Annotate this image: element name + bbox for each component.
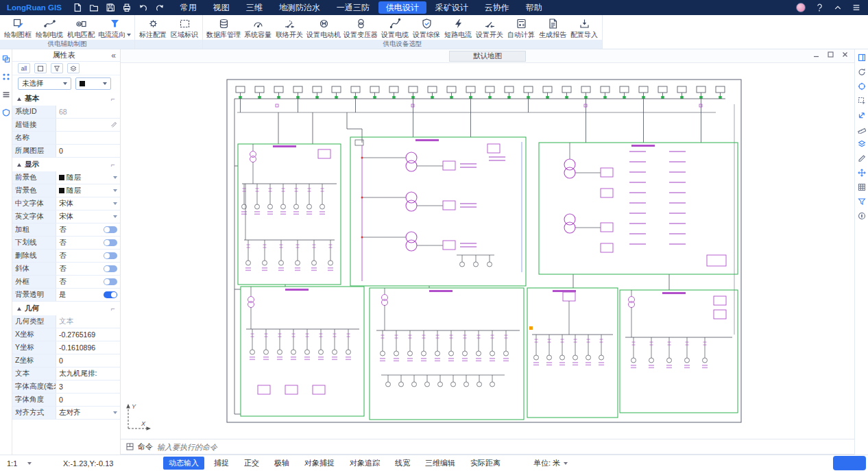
collapse-panel-button[interactable]: « [111, 51, 116, 60]
text-field[interactable]: 太九机尾排: [56, 367, 120, 380]
tie-switch-button[interactable]: 联络开关 [274, 16, 305, 40]
font-height-field[interactable]: 3 [56, 381, 120, 393]
box-select-button[interactable] [34, 63, 47, 73]
database-manage-button[interactable]: 数据库管理 [205, 16, 242, 40]
filter-icon[interactable] [858, 197, 866, 206]
set-motor-button[interactable]: 设置电动机 [305, 16, 342, 40]
edit-pen-icon[interactable] [858, 154, 866, 162]
collapse-ribbon-icon[interactable] [833, 3, 843, 12]
toggle-object-snap[interactable]: 对象捕捉 [299, 457, 340, 470]
draw-cable-button[interactable]: 绘制电缆 [34, 16, 65, 40]
color-select[interactable] [75, 77, 111, 90]
prop-value-hyperlink[interactable] [56, 119, 120, 131]
annotation-config-button[interactable]: 标注配置 [137, 16, 169, 40]
move-icon[interactable] [858, 169, 866, 177]
command-input[interactable] [157, 443, 849, 451]
sidebar-toggle-icon[interactable] [858, 53, 866, 62]
frame-toggle[interactable] [104, 278, 117, 285]
new-file-button[interactable] [73, 3, 82, 12]
object-type-select[interactable]: 未选择 [18, 77, 71, 90]
electromech-match-button[interactable]: 机电匹配 [65, 16, 97, 40]
map-canvas[interactable]: 默认地图 [121, 49, 854, 439]
generate-report-button[interactable]: 生成报告 [537, 16, 568, 40]
underline-toggle[interactable] [104, 239, 117, 246]
strike-toggle[interactable] [104, 252, 117, 259]
menu-tab-cloud[interactable]: 云协作 [477, 1, 517, 14]
foreground-color-select[interactable]: 随层 [56, 171, 120, 184]
minimize-button[interactable] [812, 51, 820, 58]
section-header-display[interactable]: 显示⌐ [12, 158, 120, 171]
short-circuit-button[interactable]: 短路电流 [442, 16, 474, 40]
toggle-actual-distance[interactable]: 实际距离 [465, 457, 506, 470]
open-file-button[interactable] [89, 3, 99, 12]
menu-tab-ventilation[interactable]: 一通三防 [329, 1, 377, 14]
bg-transparent-toggle[interactable] [104, 291, 117, 298]
select-all-button[interactable]: all [18, 63, 30, 73]
grid-icon[interactable] [858, 183, 866, 191]
measure-icon[interactable] [858, 125, 866, 134]
region-mark-button[interactable]: 区域标识 [169, 16, 200, 40]
fit-view-icon[interactable] [858, 82, 866, 90]
corner-widget[interactable] [833, 456, 866, 470]
menu-tab-3d[interactable]: 三维 [239, 1, 270, 14]
plugin-icon[interactable] [2, 108, 10, 117]
compass-icon[interactable] [858, 212, 866, 220]
en-font-select[interactable]: 宋体 [56, 210, 120, 223]
section-header-basic[interactable]: 基本⌐ [12, 92, 120, 106]
filter-button[interactable] [51, 63, 63, 73]
redo-button[interactable] [155, 3, 165, 12]
pan-hand-icon[interactable] [858, 111, 866, 119]
cn-font-select[interactable]: 宋体 [56, 197, 120, 210]
zoom-level[interactable]: 1:1 [7, 459, 27, 468]
set-switch-button[interactable]: 设置开关 [474, 16, 505, 40]
toggle-object-track[interactable]: 对象追踪 [344, 457, 385, 470]
set-cable-button[interactable]: 设置电缆 [379, 16, 411, 40]
close-button[interactable] [841, 51, 849, 58]
y-coordinate-field[interactable]: -0.1610896 [56, 341, 120, 354]
background-color-select[interactable]: 随层 [56, 184, 120, 197]
toggle-ortho[interactable]: 正交 [239, 457, 265, 470]
unit-select[interactable]: 单位: 米 [533, 458, 568, 468]
bold-toggle[interactable] [104, 226, 117, 233]
system-capacity-button[interactable]: 系统容量 [242, 16, 274, 40]
font-angle-field[interactable]: 0 [56, 394, 120, 406]
print-button[interactable] [122, 3, 132, 12]
current-flow-button[interactable]: 电流流向 [97, 16, 132, 40]
toggle-lineweight[interactable]: 线宽 [389, 457, 415, 470]
menu-tab-view[interactable]: 视图 [206, 1, 237, 14]
menu-tab-common[interactable]: 常用 [173, 1, 204, 14]
panel-menu-icon[interactable] [2, 90, 10, 99]
toggle-3d-edit[interactable]: 三维编辑 [420, 457, 461, 470]
prop-value[interactable] [56, 132, 120, 144]
workspace-icon[interactable] [2, 55, 10, 63]
menu-tab-power-design[interactable]: 供电设计 [378, 1, 426, 14]
auto-calc-button[interactable]: 自动计算 [505, 16, 537, 40]
layers-button[interactable] [67, 63, 80, 73]
config-import-button[interactable]: 配置导入 [568, 16, 600, 40]
save-button[interactable] [106, 3, 115, 12]
toggle-polar[interactable]: 极轴 [269, 457, 295, 470]
prop-value[interactable]: 0 [56, 145, 120, 157]
align-select[interactable]: 左对齐 [56, 407, 120, 419]
map-tab[interactable]: 默认地图 [449, 51, 526, 62]
zoom-caret-icon[interactable] [27, 462, 32, 465]
drawing-viewport[interactable]: Y X [121, 63, 854, 439]
menu-icon[interactable] [852, 3, 861, 12]
undo-button[interactable] [138, 3, 148, 12]
section-header-geometry[interactable]: 几何⌐ [12, 302, 120, 315]
x-coordinate-field[interactable]: -0.2765169 [56, 328, 120, 341]
avatar[interactable] [796, 3, 806, 12]
menu-tab-geology-water[interactable]: 地测防治水 [272, 1, 328, 14]
pin-icon[interactable] [815, 3, 824, 12]
toggle-dynamic-input[interactable]: 动态输入 [163, 457, 204, 470]
layers-icon[interactable] [858, 140, 866, 148]
set-protection-button[interactable]: 设置综保 [411, 16, 442, 40]
menu-tab-help[interactable]: 帮助 [518, 1, 550, 14]
edit-pencil-icon[interactable] [110, 121, 117, 128]
widgets-icon[interactable] [2, 73, 10, 81]
refresh-icon[interactable] [858, 68, 866, 76]
toggle-snap[interactable]: 捕捉 [208, 457, 234, 470]
set-transformer-button[interactable]: 设置变压器 [342, 16, 379, 40]
select-box-icon[interactable] [858, 97, 866, 105]
z-coordinate-field[interactable]: 0 [56, 354, 120, 367]
